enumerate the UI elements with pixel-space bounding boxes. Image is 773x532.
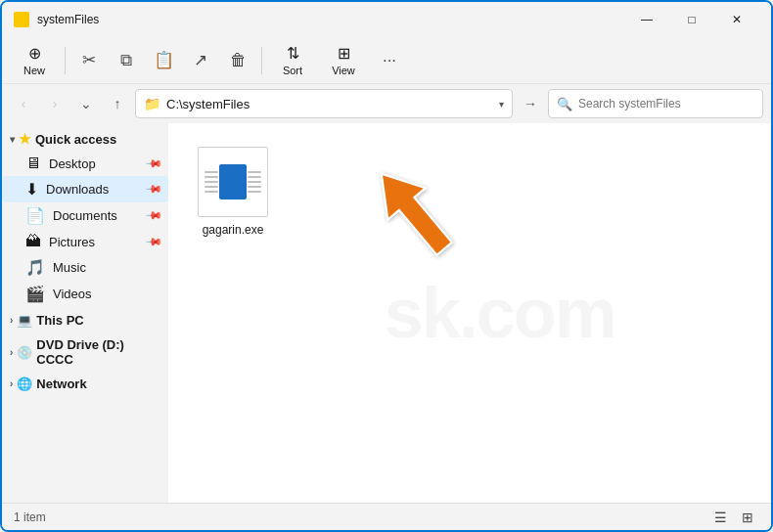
chevron-right-icon-network: › <box>10 378 13 389</box>
grid-view-icon: ⊞ <box>742 510 753 525</box>
quick-access-header[interactable]: ▾ ★ Quick access <box>2 127 168 151</box>
file-explorer-window: systemFiles — □ ✕ ⊕ New ✂ ⧉ 📋 ↗ 🗑 ⇅ <box>0 0 773 532</box>
downloads-icon: ⬇ <box>25 180 38 199</box>
minimize-button[interactable]: — <box>624 4 669 35</box>
forward-button[interactable]: › <box>41 90 68 117</box>
sidebar-item-music[interactable]: 🎵 Music <box>2 254 168 281</box>
this-pc-section: › 💻 This PC <box>2 309 168 332</box>
toolbar: ⊕ New ✂ ⧉ 📋 ↗ 🗑 ⇅ Sort ⊞ View ··· <box>2 37 771 84</box>
sidebar: ▾ ★ Quick access 🖥 Desktop 📌 ⬇ Downloads… <box>2 123 168 503</box>
view-button[interactable]: ⊞ View <box>319 41 368 80</box>
chevron-down-icon: ▾ <box>10 134 15 145</box>
sidebar-item-videos[interactable]: 🎬 Videos <box>2 281 168 307</box>
dropdown-icon: ⌄ <box>80 96 92 111</box>
address-input[interactable] <box>166 97 493 111</box>
main-area: ▾ ★ Quick access 🖥 Desktop 📌 ⬇ Downloads… <box>2 123 771 503</box>
svg-marker-0 <box>363 158 464 265</box>
rename-button[interactable]: 🗑 <box>220 43 255 78</box>
toolbar-separator-2 <box>261 47 262 74</box>
file-icon-wrap <box>198 147 268 217</box>
share-button[interactable]: ↗ <box>183 43 218 78</box>
window-title: systemFiles <box>37 13 624 26</box>
arrow-annotation <box>335 153 491 273</box>
forward-icon: › <box>53 96 58 111</box>
chevron-right-icon-dvd: › <box>10 347 13 358</box>
list-view-icon: ☰ <box>714 510 727 525</box>
address-bar: ‹ › ⌄ ↑ 📁 ▾ → 🔍 <box>2 84 771 123</box>
back-button[interactable]: ‹ <box>10 90 37 117</box>
sidebar-item-downloads[interactable]: ⬇ Downloads 📌 <box>2 176 168 202</box>
cut-icon: ✂ <box>82 50 96 70</box>
search-input[interactable] <box>578 97 754 111</box>
star-icon: ★ <box>19 131 31 147</box>
desktop-icon: 🖥 <box>25 155 41 172</box>
chevron-right-icon: › <box>10 315 13 326</box>
copy-button[interactable]: ⧉ <box>109 43 144 78</box>
search-wrap: 🔍 <box>548 89 763 118</box>
file-name: gagarin.exe <box>203 223 264 237</box>
address-chevron-icon[interactable]: ▾ <box>499 99 504 110</box>
cut-button[interactable]: ✂ <box>71 43 107 78</box>
exe-right-lines <box>248 154 261 210</box>
videos-icon: 🎬 <box>25 285 45 303</box>
dvd-header[interactable]: › 💿 DVD Drive (D:) CCCC <box>2 333 168 371</box>
exe-icon <box>198 147 268 217</box>
up-button[interactable]: ↑ <box>104 90 131 117</box>
window-controls: — □ ✕ <box>624 4 759 35</box>
window-icon <box>14 12 29 27</box>
status-bar: 1 item ☰ ⊞ <box>2 503 771 530</box>
toolbar-separator-1 <box>65 47 66 74</box>
music-icon: 🎵 <box>25 258 45 277</box>
new-button[interactable]: ⊕ New <box>10 41 59 80</box>
dvd-icon: 💿 <box>17 345 32 360</box>
file-item-gagarin[interactable]: gagarin.exe <box>184 139 282 244</box>
search-icon: 🔍 <box>557 97 572 111</box>
pc-icon: 💻 <box>17 313 32 328</box>
navigate-icon: → <box>523 96 537 111</box>
up-icon: ↑ <box>114 96 121 111</box>
network-label: Network <box>36 377 86 391</box>
title-bar: systemFiles — □ ✕ <box>2 2 771 37</box>
paste-icon: 📋 <box>154 50 174 70</box>
paste-button[interactable]: 📋 <box>146 43 181 78</box>
sort-button[interactable]: ⇅ Sort <box>268 41 317 80</box>
exe-left-lines <box>205 154 218 210</box>
grid-view-button[interactable]: ⊞ <box>736 506 759 529</box>
recent-locations-button[interactable]: ⌄ <box>72 90 100 117</box>
close-button[interactable]: ✕ <box>714 4 759 35</box>
quick-access-section: ▾ ★ Quick access 🖥 Desktop 📌 ⬇ Downloads… <box>2 127 168 307</box>
content-area: sk.com <box>168 123 771 503</box>
list-view-button[interactable]: ☰ <box>708 506 732 529</box>
folder-icon: 📁 <box>144 96 160 111</box>
address-input-wrap: 📁 ▾ <box>135 89 513 118</box>
sidebar-item-pictures[interactable]: 🏔 Pictures 📌 <box>2 229 168 254</box>
exe-center-block <box>219 164 247 200</box>
more-options-button[interactable]: ··· <box>372 43 407 78</box>
this-pc-header[interactable]: › 💻 This PC <box>2 309 168 332</box>
more-icon: ··· <box>383 51 396 70</box>
sidebar-item-documents[interactable]: 📄 Documents 📌 <box>2 202 168 229</box>
watermark: sk.com <box>385 273 615 353</box>
sort-icon: ⇅ <box>287 44 299 63</box>
pictures-icon: 🏔 <box>25 233 41 250</box>
documents-icon: 📄 <box>25 206 45 225</box>
view-icon: ⊞ <box>338 44 350 63</box>
network-section: › 🌐 Network <box>2 373 168 395</box>
view-controls: ☰ ⊞ <box>708 506 759 529</box>
sidebar-item-desktop[interactable]: 🖥 Desktop 📌 <box>2 151 168 176</box>
item-count: 1 item <box>14 510 46 524</box>
back-icon: ‹ <box>22 96 26 111</box>
dvd-label: DVD Drive (D:) CCCC <box>36 337 160 367</box>
network-icon: 🌐 <box>17 377 32 391</box>
navigate-button[interactable]: → <box>517 90 544 117</box>
network-header[interactable]: › 🌐 Network <box>2 373 168 395</box>
copy-icon: ⧉ <box>120 51 132 70</box>
new-icon: ⊕ <box>28 44 41 63</box>
dvd-section: › 💿 DVD Drive (D:) CCCC <box>2 333 168 371</box>
rename-icon: 🗑 <box>230 51 247 70</box>
quick-access-label: Quick access <box>35 132 116 147</box>
share-icon: ↗ <box>194 50 207 70</box>
maximize-button[interactable]: □ <box>669 4 714 35</box>
this-pc-label: This PC <box>36 313 83 328</box>
